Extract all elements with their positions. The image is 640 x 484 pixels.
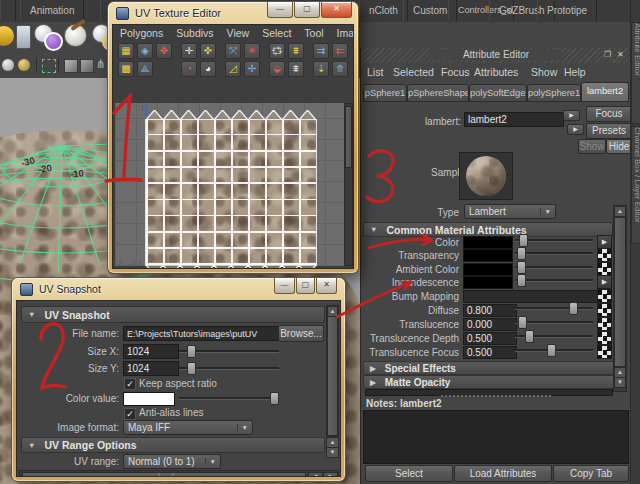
shelf-tab-partial[interactable] — [0, 0, 16, 21]
ambient-color-slider[interactable] — [515, 261, 593, 272]
scroll-right-icon[interactable]: ► — [323, 472, 338, 477]
scroll-down-icon[interactable]: ▼ — [326, 447, 339, 458]
tab-polysphere1[interactable]: polySphere1 — [527, 84, 581, 102]
vertical-tab-channel-box[interactable]: Channel Box / Layer Editor — [631, 126, 640, 244]
uv-canvas-scrollbar[interactable] — [344, 103, 353, 266]
section-uv-snapshot[interactable]: ▼ UV Snapshot — [21, 306, 325, 323]
keep-aspect-checkbox[interactable]: ✓ — [124, 378, 136, 390]
ae-scrollbar-thumb[interactable] — [614, 217, 626, 367]
file-name-field[interactable]: E:\Projects\Tutors\images\putUV — [123, 326, 281, 341]
uv-range-dropdown[interactable]: Normal (0 to 1) ▼ — [123, 454, 221, 469]
type-dropdown[interactable]: Lambert ▼ — [464, 204, 556, 219]
uv-tool-align-left-icon[interactable]: ⇉ — [313, 43, 329, 59]
translucence-focus-field[interactable]: 0.500 — [463, 346, 517, 359]
notes-textarea[interactable] — [363, 410, 629, 464]
uv-tool-pin-icon[interactable]: ✢ — [244, 61, 260, 77]
menu-select[interactable]: Select — [262, 27, 291, 39]
uv-canvas[interactable]: 1 -0.2 -0.1 -0.1 1 — [115, 103, 345, 266]
diffuse-slider[interactable] — [515, 302, 593, 313]
vertical-tab-attribute-editor[interactable]: Attribute Editor — [631, 22, 640, 124]
color-slider[interactable] — [515, 234, 593, 245]
ae-scrollbar[interactable]: ▲ ▲ ▼ — [613, 205, 627, 392]
maximize-button[interactable]: ▢ — [296, 278, 315, 294]
uv-texture-editor-window[interactable]: UV Texture Editor — ▢ ✕ Polygons Subdivs… — [108, 2, 358, 273]
translucence-focus-map-button[interactable] — [597, 345, 612, 359]
show-button[interactable]: Show — [578, 139, 606, 154]
diffuse-map-button[interactable] — [597, 303, 612, 317]
transparency-slider[interactable] — [515, 247, 593, 258]
lambert-name-field[interactable]: lambert2 — [464, 112, 564, 127]
select-button[interactable]: Select — [365, 465, 453, 482]
shelf-tab-ncloth[interactable]: nCloth — [359, 0, 408, 21]
uv-tool-grid2-icon[interactable]: ▩ — [118, 61, 134, 77]
uv-shell[interactable] — [146, 120, 316, 265]
translucence-focus-slider[interactable] — [515, 344, 593, 355]
shelf-tab-prototipe[interactable]: Prototipe — [537, 0, 597, 21]
close-button[interactable]: ✕ — [316, 278, 337, 294]
uv-tool-sew-icon[interactable]: ⮔ — [269, 43, 285, 59]
scroll-up-icon[interactable]: ▲ — [614, 206, 626, 217]
map-in-icon[interactable]: ▶ — [567, 124, 584, 135]
presets-button[interactable]: Presets — [586, 123, 632, 139]
ae-menu-show[interactable]: Show — [531, 66, 557, 78]
uv-tool-unfold-icon[interactable]: ⟁ — [137, 61, 153, 77]
menu-tool[interactable]: Tool — [304, 27, 323, 39]
ambient-color-map-button[interactable] — [597, 262, 612, 276]
resize-grip[interactable] — [441, 395, 551, 397]
uv-tool-lattice-icon[interactable]: ◈ — [137, 43, 153, 59]
size-y-field[interactable]: 1024 — [123, 361, 179, 376]
status-icon-copy[interactable] — [80, 59, 94, 73]
incandescence-swatch[interactable] — [463, 276, 513, 289]
copy-tab-button[interactable]: Copy Tab — [553, 465, 629, 482]
material-sample-sphere[interactable] — [466, 156, 506, 196]
tab-lambert2[interactable]: lambert2 — [581, 82, 629, 102]
hide-button[interactable]: Hide — [606, 139, 632, 154]
menu-polygons[interactable]: Polygons — [120, 27, 163, 39]
snapshot-scrollbar[interactable]: ▲ — [326, 305, 339, 437]
size-x-field[interactable]: 1024 — [123, 344, 179, 359]
shelf-icon-purple-sphere[interactable] — [44, 32, 63, 51]
menu-image[interactable]: Image — [337, 27, 354, 39]
uv-tool-rotate-ccw-icon[interactable]: ⤧ — [225, 43, 241, 59]
ae-menu-attributes[interactable]: Attributes — [474, 66, 518, 78]
uv-tool-copy-icon[interactable]: ⬙ — [269, 61, 285, 77]
load-attributes-button[interactable]: Load Attributes — [454, 465, 552, 482]
uv-tool-align-right-icon[interactable]: ⇇ — [332, 43, 348, 59]
color-value-swatch[interactable] — [123, 392, 175, 406]
minimize-button[interactable]: — — [274, 278, 295, 294]
section-uv-range-options[interactable]: ▼ UV Range Options — [21, 437, 325, 453]
uv-canvas-scrollbar-thumb[interactable] — [345, 106, 352, 168]
status-icon-cube[interactable] — [64, 59, 78, 73]
float-window-icon[interactable]: ❐ — [604, 50, 611, 59]
tab-psphereshape1[interactable]: pSphereShape1 — [407, 84, 469, 102]
translucence-slider[interactable] — [515, 316, 593, 327]
translucence-depth-field[interactable]: 0.500 — [463, 332, 517, 345]
status-icon-gray-sphere[interactable] — [2, 59, 14, 71]
uv-tool-flip-u-icon[interactable]: ✛ — [181, 43, 197, 59]
attribute-editor-titlebar[interactable]: Attribute Editor ❐ ✕ — [361, 48, 631, 63]
ambient-color-swatch[interactable] — [463, 263, 513, 276]
section-matte-opacity[interactable]: ▶ Matte Opacity — [363, 375, 623, 389]
bump-mapping-map-button[interactable] — [597, 289, 612, 303]
section-special-effects[interactable]: ▶ Special Effects — [363, 361, 623, 375]
uv-tool-layout-icon[interactable]: ⩩ — [288, 43, 304, 59]
color-swatch[interactable] — [463, 236, 513, 249]
uv-tool-move-icon[interactable]: ✥ — [156, 43, 172, 59]
size-y-slider[interactable] — [179, 362, 279, 373]
transparency-swatch[interactable] — [463, 249, 513, 262]
uv-snapshot-window[interactable]: UV Snapshot — ▢ ✕ ▼ UV Snapshot File nam… — [12, 278, 345, 481]
scroll-left-icon[interactable]: ◄ — [308, 472, 323, 477]
snapshot-hscrollbar[interactable]: ◄ ► — [19, 470, 339, 477]
tab-psphere1[interactable]: pSphere1 — [363, 84, 407, 102]
uv-tool-cut-icon[interactable]: ✳ — [244, 43, 260, 59]
browse-button[interactable]: Browse... — [278, 325, 324, 342]
uv-tool-paste-icon[interactable]: ⩨ — [288, 61, 304, 77]
uv-tool-snap-icon[interactable]: ◿ — [225, 61, 241, 77]
scroll-down-icon[interactable]: ▼ — [614, 377, 626, 388]
minimize-button[interactable]: — — [267, 2, 293, 18]
close-icon[interactable]: ✕ — [617, 50, 624, 59]
status-icon-gold-sphere[interactable] — [18, 59, 30, 71]
translucence-map-button[interactable] — [597, 317, 612, 331]
map-out-icon[interactable]: ▶ — [563, 110, 580, 121]
status-icon-select-region[interactable] — [42, 59, 56, 73]
